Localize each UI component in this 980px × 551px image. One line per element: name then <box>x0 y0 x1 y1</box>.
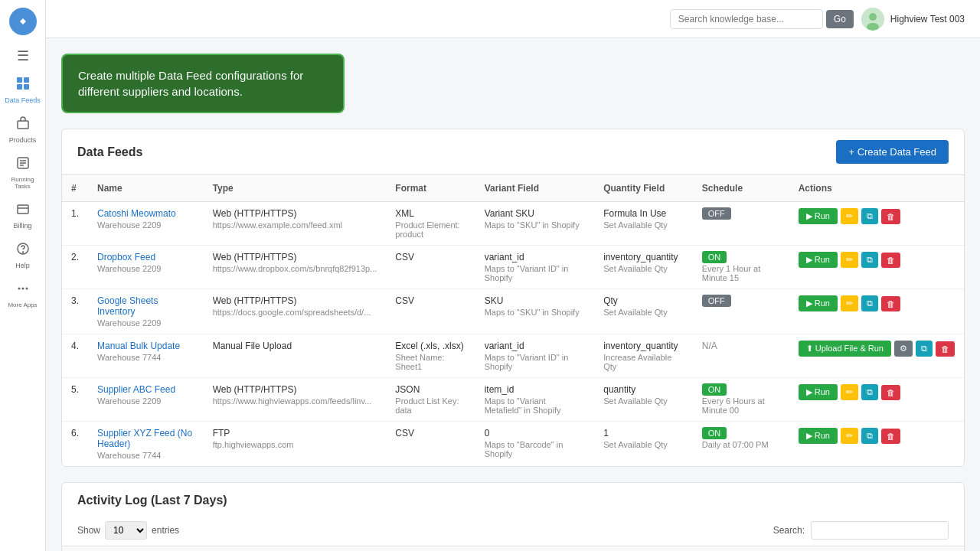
cell-schedule: N/A <box>693 334 789 378</box>
page-content: Create multiple Data Feed configurations… <box>46 38 980 551</box>
type-text: Web (HTTP/HTTPS) <box>213 252 377 262</box>
sidebar: ☰ Data Feeds Products Running Tasks Bill… <box>0 0 46 551</box>
qty-field: quantity <box>603 384 684 395</box>
cell-format: JSON Product List Key: data <box>386 378 475 422</box>
variant-field: variant_id <box>485 252 586 262</box>
cell-num: 2. <box>62 246 88 289</box>
svg-rect-10 <box>18 205 28 214</box>
edit-button[interactable]: ✏ <box>841 384 858 400</box>
delete-button[interactable]: 🗑 <box>881 296 900 311</box>
sidebar-item-more-apps[interactable]: More Apps <box>0 276 45 315</box>
format-text: XML <box>395 208 466 219</box>
cell-qty: inventory_quantity Increase Available Qt… <box>594 334 693 378</box>
search-container: Go <box>670 9 854 29</box>
copy-button[interactable]: ⧉ <box>861 252 878 268</box>
type-text: Web (HTTP/HTTPS) <box>213 208 377 219</box>
activity-log-title: Activity Log (Last 7 Days) <box>77 494 227 507</box>
cell-format: Excel (.xls, .xlsx) Sheet Name: Sheet1 <box>386 334 475 378</box>
cell-num: 1. <box>62 202 88 246</box>
billing-icon <box>16 202 30 220</box>
variant-sub: Maps to "Barcode" in Shopify <box>485 440 586 458</box>
svg-rect-4 <box>24 84 29 90</box>
search-input[interactable] <box>670 9 823 29</box>
sidebar-item-products[interactable]: Products <box>0 110 45 150</box>
schedule-badge: N/A <box>702 341 717 351</box>
sidebar-item-help[interactable]: Help <box>0 236 45 276</box>
feed-name-link[interactable]: Google Sheets Inventory <box>97 295 158 317</box>
cell-variant: item_id Maps to "Variant Metafield" in S… <box>475 378 595 422</box>
hamburger-menu[interactable]: ☰ <box>0 41 45 70</box>
run-button[interactable]: ▶ Run <box>799 428 838 444</box>
user-area[interactable]: Highview Test 003 <box>861 8 965 31</box>
act-col-message: Message ⇅ <box>557 546 820 551</box>
variant-field: item_id <box>485 384 586 395</box>
run-button[interactable]: ▶ Run <box>799 208 838 224</box>
act-col-completed: Completed At ⇅ <box>820 546 964 551</box>
cell-actions: ▶ Run✏⧉🗑 <box>789 246 964 289</box>
feed-name-link[interactable]: Supplier XYZ Feed (No Header) <box>97 428 192 449</box>
sidebar-item-billing[interactable]: Billing <box>0 196 45 236</box>
sidebar-item-running-tasks[interactable]: Running Tasks <box>0 150 45 196</box>
running-tasks-icon <box>16 156 30 174</box>
cell-format: CSV <box>386 289 475 334</box>
feed-name-link[interactable]: Manual Bulk Update <box>97 341 180 351</box>
cell-actions: ▶ Run✏⧉🗑 <box>789 378 964 422</box>
edit-button[interactable]: ✏ <box>841 295 858 311</box>
table-row: 5. Supplier ABC Feed Warehouse 2209 Web … <box>62 378 964 422</box>
qty-sub: Increase Available Qty <box>603 353 684 371</box>
data-feeds-section: Data Feeds + Create Data Feed # Name Typ… <box>61 129 965 467</box>
edit-button[interactable]: ✏ <box>841 208 858 224</box>
copy-button[interactable]: ⧉ <box>861 208 878 224</box>
edit-button[interactable]: ✏ <box>841 252 858 268</box>
activity-search-input[interactable] <box>811 521 949 540</box>
cell-actions: ▶ Run✏⧉🗑 <box>789 202 964 246</box>
run-button[interactable]: ▶ Run <box>799 384 838 400</box>
edit-button[interactable]: ✏ <box>841 428 858 444</box>
cell-variant: Variant SKU Maps to "SKU" in Shopify <box>475 202 595 246</box>
delete-button[interactable]: 🗑 <box>881 209 900 224</box>
cell-name: Catoshi Meowmato Warehouse 2209 <box>88 202 204 246</box>
delete-button[interactable]: 🗑 <box>881 385 900 400</box>
act-col-source: Source Data ⇅ <box>346 546 557 551</box>
table-row: 2. Dropbox Feed Warehouse 2209 Web (HTTP… <box>62 246 964 289</box>
feed-name-link[interactable]: Dropbox Feed <box>97 252 155 262</box>
run-button[interactable]: ▶ Run <box>799 252 838 268</box>
delete-button[interactable]: 🗑 <box>881 253 900 268</box>
run-button[interactable]: ▶ Run <box>799 295 838 311</box>
delete-button[interactable]: 🗑 <box>881 429 900 444</box>
variant-field: 0 <box>485 428 586 439</box>
activity-log-header: Activity Log (Last 7 Days) <box>62 483 964 515</box>
format-sub: Product Element: product <box>395 220 466 239</box>
copy-button[interactable]: ⧉ <box>861 384 878 400</box>
copy-button[interactable]: ⧉ <box>861 295 878 311</box>
format-text: CSV <box>395 252 466 262</box>
copy-button[interactable]: ⧉ <box>861 428 878 444</box>
grid-icon <box>16 77 30 94</box>
search-button[interactable]: Go <box>826 10 854 28</box>
cell-variant: variant_id Maps to "Variant ID" in Shopi… <box>475 246 595 289</box>
delete-button[interactable]: 🗑 <box>936 341 955 357</box>
col-format: Format <box>386 175 475 202</box>
sidebar-item-data-feeds[interactable]: Data Feeds <box>0 70 45 110</box>
settings-button[interactable]: ⚙ <box>894 341 913 357</box>
cell-name: Supplier XYZ Feed (No Header) Warehouse … <box>88 422 204 467</box>
feed-name-link[interactable]: Catoshi Meowmato <box>97 208 176 219</box>
upload-button[interactable]: ⬆ Upload File & Run <box>799 341 891 357</box>
copy-button[interactable]: ⧉ <box>916 341 933 357</box>
feed-name-link[interactable]: Supplier ABC Feed <box>97 384 175 395</box>
format-text: CSV <box>395 295 466 306</box>
type-text: FTP <box>213 428 377 439</box>
cell-qty: Formula In Use Set Available Qty <box>594 202 693 246</box>
url-text: https://www.dropbox.com/s/bnrqfq82f913p.… <box>213 264 377 273</box>
col-num: # <box>62 175 88 202</box>
qty-sub: Set Available Qty <box>603 220 684 230</box>
activity-controls: Show 102550100 entries Search: <box>62 515 964 546</box>
create-data-feed-button[interactable]: + Create Data Feed <box>836 140 949 164</box>
cell-type: Web (HTTP/HTTPS) https://docs.google.com… <box>204 289 387 334</box>
act-col-type: Inventory Update Type ⇅ <box>168 546 346 551</box>
svg-point-13 <box>22 252 23 253</box>
col-qty: Quantity Field <box>594 175 693 202</box>
entries-select[interactable]: 102550100 <box>105 521 147 540</box>
cell-type: FTP ftp.highviewapps.com <box>204 422 387 467</box>
variant-sub: Maps to "SKU" in Shopify <box>485 220 586 230</box>
